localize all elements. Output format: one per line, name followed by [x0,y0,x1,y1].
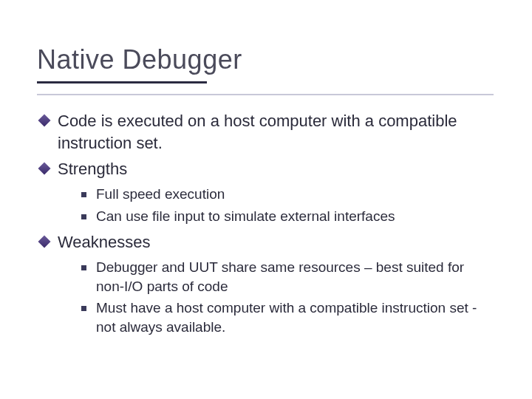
list-item: Strengths Full speed execution Can use f… [37,158,495,225]
sub-list-item-text: Can use file input to simulate external … [96,208,395,224]
list-item-text: Weaknesses [58,233,151,251]
sub-list-item-text: Full speed execution [96,186,225,202]
list-item: Weaknesses Debugger and UUT share same r… [37,231,495,336]
slide: Native Debugger Code is executed on a ho… [0,0,532,372]
sub-list-item: Full speed execution [80,185,495,204]
sub-list-item-text: Debugger and UUT share same resources – … [96,259,464,294]
sub-list-item-text: Must have a host computer with a compati… [96,300,477,335]
sub-list-item: Must have a host computer with a compati… [80,299,495,336]
sub-list: Debugger and UUT share same resources – … [58,258,495,337]
sub-list: Full speed execution Can use file input … [58,185,495,225]
sub-list-item: Debugger and UUT share same resources – … [80,258,495,296]
bullet-list: Code is executed on a host computer with… [37,110,495,337]
title-underline [37,81,495,95]
list-item-text: Strengths [58,160,127,178]
list-item-text: Code is executed on a host computer with… [58,112,457,152]
slide-title: Native Debugger [37,44,495,75]
sub-list-item: Can use file input to simulate external … [80,207,495,226]
list-item: Code is executed on a host computer with… [37,110,495,154]
